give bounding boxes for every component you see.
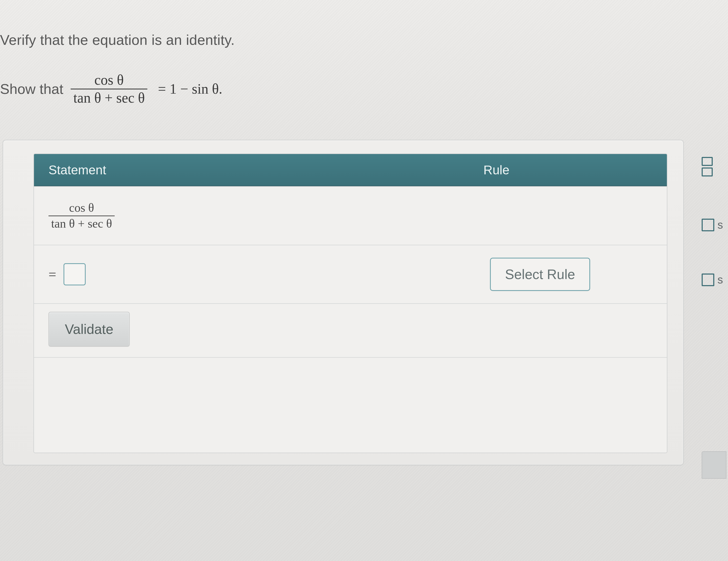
start-expression-den: tan θ + sec θ	[48, 216, 115, 230]
sidebar-fraction-tool[interactable]	[702, 157, 713, 176]
equation-numerator: cos θ	[92, 72, 126, 89]
proof-table: Statement Rule cos θ tan θ + sec θ =	[33, 153, 667, 453]
tool-sidebar: s s	[702, 142, 728, 479]
equals-sign: =	[48, 266, 56, 282]
answer-input-box[interactable]	[64, 263, 86, 286]
statement-cell: Validate	[34, 304, 461, 357]
table-row: cos θ tan θ + sec θ	[34, 186, 667, 245]
equation-denominator: tan θ + sec θ	[71, 89, 147, 105]
sidebar-bottom-panel	[702, 451, 726, 479]
sidebar-box-tool-2[interactable]: s	[702, 273, 723, 286]
statement-cell: =	[34, 263, 475, 286]
sidebar-label: s	[717, 273, 723, 286]
start-expression: cos θ tan θ + sec θ	[48, 201, 115, 230]
select-rule-button[interactable]: Select Rule	[490, 258, 590, 291]
rule-cell: Select Rule	[475, 258, 667, 291]
col-header-rule: Rule	[475, 163, 667, 177]
sidebar-label: s	[717, 219, 723, 231]
table-header-row: Statement Rule	[34, 154, 667, 186]
table-row: = Select Rule	[34, 245, 667, 303]
table-empty-area	[34, 357, 667, 453]
box-icon	[702, 219, 714, 231]
equation-rhs: = 1 − sin θ.	[158, 81, 222, 97]
box-icon	[702, 273, 714, 286]
start-expression-num: cos θ	[66, 201, 97, 215]
fraction-icon	[702, 157, 713, 176]
validate-button[interactable]: Validate	[48, 312, 130, 347]
prompt-text: Verify that the equation is an identity.	[0, 32, 235, 48]
show-that-line: Show that cos θ tan θ + sec θ = 1 − sin …	[0, 72, 222, 105]
statement-cell: cos θ tan θ + sec θ	[34, 201, 475, 230]
col-header-statement: Statement	[34, 163, 475, 177]
proof-panel: Statement Rule cos θ tan θ + sec θ =	[3, 140, 684, 465]
equation-lhs-fraction: cos θ tan θ + sec θ	[71, 72, 147, 105]
sidebar-box-tool-1[interactable]: s	[702, 219, 723, 231]
table-row: Validate	[34, 303, 667, 357]
show-that-label: Show that	[0, 81, 63, 97]
